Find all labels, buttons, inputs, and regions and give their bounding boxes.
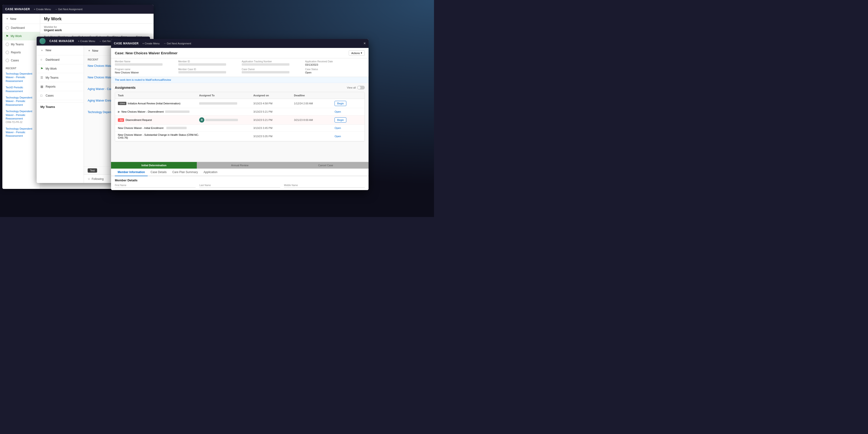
- topbar-fg: CASE MANAGER + Create Menu → Get Next As…: [111, 39, 369, 48]
- app-tracking-field: Application Tracking Number: [242, 60, 302, 66]
- row3-task-name: Disenrollment Request: [125, 119, 152, 121]
- recent-item-3[interactable]: Technology Dependent Waiver - Periodic R…: [2, 95, 40, 108]
- row2-redacted: [165, 110, 189, 113]
- row1-assigned: [199, 102, 253, 105]
- reports-label: Reports: [11, 51, 21, 54]
- member-case-id-field: Member Case ID: [178, 68, 238, 74]
- dashboard-nav-icon: ○: [40, 58, 44, 61]
- member-id-field: Member ID: [178, 60, 238, 66]
- row4-action[interactable]: Open: [335, 127, 362, 129]
- row2-action[interactable]: Open: [335, 110, 362, 113]
- recent-item-4[interactable]: Technology Dependent Waiver - Periodic R…: [2, 108, 40, 126]
- app-received-label: Application Received Date: [305, 60, 365, 63]
- recent-item-5[interactable]: Technology Dependent Waiver - Periodic R…: [2, 126, 40, 139]
- create-menu-btn-mid[interactable]: + Create Menu: [78, 40, 95, 42]
- row3-redacted: [205, 119, 238, 121]
- case-status-label: Case Status: [305, 68, 365, 71]
- nav-item-cases[interactable]: □ Cases: [37, 91, 84, 100]
- nav-item-new[interactable]: ＋ New: [37, 45, 84, 55]
- nav-item-dashboard[interactable]: ○ Dashboard: [37, 55, 84, 64]
- middle-name-label: Middle Name: [284, 184, 365, 187]
- get-next-btn-bg[interactable]: → Get Next Assignment: [55, 8, 83, 11]
- nav-panel: ＋ New ○ Dashboard ⚑ My Work ☰ My Teams ▦…: [37, 45, 84, 183]
- urgent-label: Urgent work: [44, 28, 150, 32]
- nav-item-my-teams[interactable]: ☰ My Teams: [37, 73, 84, 82]
- nav-cases-label: Cases: [45, 94, 54, 97]
- row5-action[interactable]: Open: [335, 135, 362, 138]
- sidebar-new-btn[interactable]: ＋ New: [2, 14, 40, 24]
- tab-application[interactable]: Application: [200, 169, 220, 176]
- first-name-label: First Name: [115, 184, 196, 187]
- create-menu-btn-bg[interactable]: + Create Menu: [34, 8, 51, 11]
- tab-case-details[interactable]: Case Details: [148, 169, 169, 176]
- tab-care-plan-summary[interactable]: Care Plan Summary: [169, 169, 200, 176]
- reports-nav-icon: ▦: [40, 85, 44, 88]
- plus-icon: ＋: [6, 16, 9, 21]
- nav-item-reports[interactable]: ▦ Reports: [37, 82, 84, 91]
- sidebar-item-dashboard[interactable]: Dashboard: [2, 24, 40, 32]
- nav-my-work-label: My Work: [45, 67, 57, 70]
- case-fields: Member Name Member ID Application Tracki…: [111, 58, 369, 77]
- row3-assigned: R: [199, 118, 253, 123]
- actions-label: Actions: [351, 52, 360, 55]
- case-owner-value: [242, 71, 289, 73]
- row2-open-link[interactable]: Open: [335, 110, 341, 113]
- assignment-row-3: -1y Disenrollment Request R 3/13/23 5:21…: [115, 115, 365, 125]
- row1-action[interactable]: Begin: [335, 101, 362, 106]
- app-name-bg: CASE MANAGER: [5, 7, 30, 11]
- row3-begin-button[interactable]: Begin: [335, 118, 346, 123]
- sidebar-item-reports[interactable]: Reports: [2, 48, 40, 57]
- member-case-id-value: [178, 71, 226, 73]
- row3-tag: -1y: [118, 118, 124, 122]
- cases-nav-icon: □: [40, 94, 44, 97]
- row1-begin-button[interactable]: Begin: [335, 101, 346, 106]
- row3-action[interactable]: Begin: [335, 118, 362, 123]
- row2-assigned-on: 3/13/23 5:21 PM: [253, 110, 294, 113]
- col-assigned-on-header: Assigned on: [253, 94, 294, 97]
- row4-open-link[interactable]: Open: [335, 127, 341, 129]
- member-name-label: Member Name: [115, 60, 175, 63]
- row3-deadline: 3/21/23 8:00 AM: [294, 119, 335, 121]
- app-tracking-label: Application Tracking Number: [242, 60, 302, 63]
- member-name-field: Member Name: [115, 60, 175, 66]
- row3-avatar: R: [199, 118, 204, 123]
- row5-open-link[interactable]: Open: [335, 135, 341, 138]
- row3-task: -1y Disenrollment Request: [118, 118, 199, 122]
- last-name-label: Last Name: [199, 184, 280, 187]
- col-assigned-to-header: Assigned To: [199, 94, 253, 97]
- program-name-field: Program name New Choices Waiver: [115, 68, 175, 74]
- sidebar-item-cases[interactable]: Cases: [2, 57, 40, 64]
- plus-right-icon: ＋: [88, 48, 91, 53]
- worklist-section: Worklist for Urgent work: [40, 24, 154, 34]
- process-tab-cancel-case[interactable]: Cancel Case: [283, 162, 369, 169]
- sidebar-item-my-work[interactable]: ⚑ My Work: [2, 32, 40, 40]
- sidebar-bg: ＋ New Dashboard ⚑ My Work My Teams Repor…: [2, 14, 40, 189]
- tab-member-information[interactable]: Member Information: [115, 169, 148, 176]
- toggle-switch[interactable]: [357, 86, 365, 90]
- create-menu-btn-fg[interactable]: + Create Menu: [143, 42, 160, 45]
- actions-button[interactable]: Actions ▾: [349, 50, 365, 56]
- close-button[interactable]: ×: [364, 41, 366, 45]
- dashboard-label: Dashboard: [11, 26, 25, 30]
- row1-assigned-redacted: [199, 102, 237, 105]
- nav-item-my-work[interactable]: ⚑ My Work: [37, 64, 84, 73]
- row2-expand-icon[interactable]: ▶: [118, 110, 120, 113]
- actions-chevron-icon: ▾: [361, 52, 362, 55]
- member-id-label: Member ID: [178, 60, 238, 63]
- app-received-field: Application Received Date 03/13/2023: [305, 60, 365, 66]
- nav-new-label: New: [45, 48, 51, 52]
- view-all-toggle[interactable]: View all: [347, 86, 365, 90]
- app-name-mid: CASE MANAGER: [50, 39, 74, 43]
- bottom-section: Member Details First Name Last Name Midd…: [111, 176, 369, 190]
- row1-tag: -10mo: [118, 102, 126, 105]
- last-name-underline: [199, 188, 280, 188]
- sidebar-item-my-teams[interactable]: My Teams: [2, 40, 40, 48]
- program-name-value: New Choices Waiver: [115, 71, 175, 74]
- process-tab-annual-review[interactable]: Annual Review: [197, 162, 283, 169]
- get-next-btn-fg[interactable]: → Get Next Assignment: [163, 42, 191, 45]
- recent-item-1[interactable]: Technology Dependent Waiver - Periodic R…: [2, 71, 40, 84]
- row1-assigned-on: 3/13/23 4:58 PM: [253, 102, 294, 105]
- recent-item-2[interactable]: TechD Periodic Reassessment: [2, 84, 40, 95]
- row2-task: ▶ New Choices Waiver - Disenrollment: [118, 110, 199, 113]
- process-tab-initial-determination[interactable]: Initial Determination: [111, 162, 197, 169]
